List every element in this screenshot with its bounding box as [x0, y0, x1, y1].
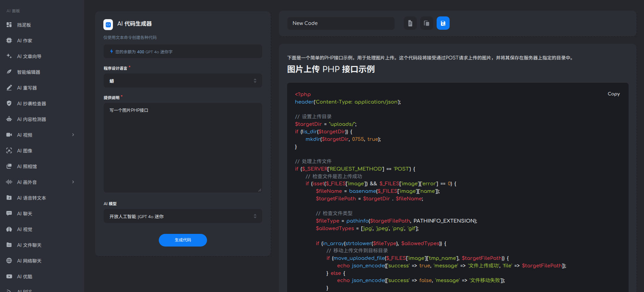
svg-text:AI: AI — [8, 39, 10, 42]
